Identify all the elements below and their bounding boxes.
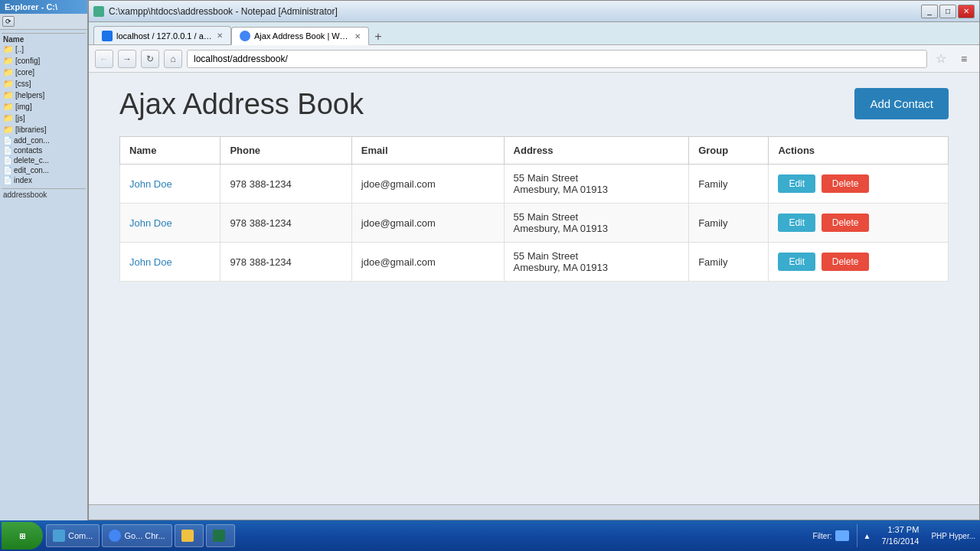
- date-display: 7/16/2014: [881, 536, 919, 547]
- cell-phone-2: 978 388-1234: [220, 243, 351, 282]
- sidebar-item-8[interactable]: 📄add_con...: [2, 135, 86, 145]
- cell-name-2: John Doe: [120, 243, 220, 282]
- sidebar-item-10[interactable]: 📄delete_c...: [2, 155, 86, 165]
- window-title: C:\xampp\htdocs\addressbook - Notepad [A…: [109, 6, 916, 17]
- taskbar-items: Com... Go... Chr...: [46, 524, 808, 547]
- col-email: Email: [351, 137, 504, 165]
- filter-label: Filter:: [813, 532, 832, 540]
- sidebar-item-label-1: [config]: [15, 57, 40, 65]
- taskbar-icon-chrome: [109, 530, 121, 542]
- sidebar-item-5[interactable]: 📁[img]: [2, 101, 86, 112]
- sidebar-item-12[interactable]: 📄index: [2, 175, 86, 185]
- taskbar-item-1[interactable]: Go... Chr...: [102, 524, 172, 547]
- contact-link-2[interactable]: John Doe: [129, 256, 172, 268]
- tab-1-label: Ajax Address Book | Welco...: [254, 31, 351, 41]
- taskbar-icon-folder: [181, 530, 194, 542]
- forward-button[interactable]: →: [118, 50, 136, 68]
- sidebar-item-1[interactable]: 📁[config]: [2, 55, 86, 67]
- tray-icon-1[interactable]: ▲: [864, 532, 871, 540]
- sidebar-file-icon-11: 📄: [3, 166, 12, 174]
- sidebar-file-icon-10: 📄: [3, 156, 12, 165]
- cell-address-1: 55 Main StreetAmesbury, MA 01913: [504, 204, 689, 243]
- address-input[interactable]: [187, 50, 927, 68]
- contact-link-0[interactable]: John Doe: [129, 178, 172, 190]
- new-tab-button[interactable]: +: [369, 29, 387, 44]
- cell-group-0: Family: [689, 165, 769, 204]
- col-name: Name: [120, 137, 220, 165]
- taskbar-icon-excel: [213, 530, 225, 542]
- sidebar-item-4[interactable]: 📁[helpers]: [2, 90, 86, 101]
- edit-button-0[interactable]: Edit: [778, 174, 815, 193]
- sidebar-file-icon-7: 📁: [3, 125, 14, 135]
- bookmark-icon[interactable]: ☆: [932, 50, 950, 68]
- cell-actions-2: Edit Delete: [769, 243, 949, 282]
- taskbar: ⊞ Com... Go... Chr... Filter: ▲ 1:37 PM …: [0, 520, 980, 551]
- tab-0-icon: [102, 31, 113, 41]
- close-button[interactable]: ✕: [958, 5, 975, 18]
- sidebar-item-label-12: index: [14, 176, 32, 184]
- tab-0-close[interactable]: ✕: [217, 31, 223, 40]
- sidebar-file-icon-9: 📄: [3, 146, 12, 155]
- sidebar-file-icon-12: 📄: [3, 176, 12, 184]
- tab-bar: localhost / 127.0.0.1 / add... ✕ Ajax Ad…: [89, 22, 979, 45]
- edit-button-1[interactable]: Edit: [778, 214, 815, 232]
- cell-address-0: 55 Main StreetAmesbury, MA 01913: [504, 165, 689, 204]
- contact-link-1[interactable]: John Doe: [129, 217, 172, 229]
- edit-button-2[interactable]: Edit: [778, 253, 815, 271]
- delete-button-0[interactable]: Delete: [822, 174, 870, 193]
- sidebar-bottom-label: addressbook: [2, 188, 86, 201]
- tab-1[interactable]: Ajax Address Book | Welco... ✕: [231, 27, 369, 45]
- start-button[interactable]: ⊞: [2, 522, 43, 549]
- col-group: Group: [689, 137, 769, 165]
- taskbar-item-2[interactable]: [175, 524, 204, 547]
- delete-button-1[interactable]: Delete: [822, 214, 870, 232]
- window-controls: _ □ ✕: [921, 5, 975, 18]
- sidebar-item-9[interactable]: 📄contacts: [2, 145, 86, 155]
- taskbar-item-0[interactable]: Com...: [46, 524, 100, 547]
- maximize-button[interactable]: □: [939, 5, 956, 18]
- taskbar-tray: Filter:: [808, 530, 854, 541]
- sidebar-item-label-4: [helpers]: [15, 91, 44, 99]
- col-address: Address: [504, 137, 689, 165]
- taskbar-item-3[interactable]: [206, 524, 235, 547]
- cell-email-2: jdoe@gmail.com: [351, 243, 504, 282]
- page-title: Ajax Address Book: [119, 88, 364, 121]
- menu-icon[interactable]: ≡: [955, 50, 973, 68]
- sidebar-file-icon-6: 📁: [3, 113, 14, 123]
- sidebar-file-icon-4: 📁: [3, 90, 14, 100]
- cell-group-2: Family: [689, 243, 769, 282]
- address-bar: ← → ↻ ⌂ ☆ ≡: [89, 45, 979, 73]
- sidebar-item-6[interactable]: 📁[js]: [2, 112, 86, 124]
- sidebar-item-label-3: [css]: [15, 80, 31, 88]
- tab-0[interactable]: localhost / 127.0.0.1 / add... ✕: [93, 26, 231, 44]
- cell-email-1: jdoe@gmail.com: [351, 204, 504, 243]
- sidebar-file-icon-5: 📁: [3, 102, 14, 112]
- refresh-button[interactable]: ↻: [141, 50, 159, 68]
- sidebar-item-0[interactable]: 📁[..]: [2, 44, 86, 55]
- minimize-button[interactable]: _: [921, 5, 938, 18]
- cell-email-0: jdoe@gmail.com: [351, 165, 504, 204]
- delete-button-2[interactable]: Delete: [822, 253, 870, 271]
- home-button[interactable]: ⌂: [164, 50, 182, 68]
- cell-phone-0: 978 388-1234: [220, 165, 351, 204]
- time-display: 1:37 PM: [881, 524, 919, 536]
- sidebar-item-label-8: add_con...: [14, 136, 50, 145]
- sidebar-file-icon-8: 📄: [3, 136, 12, 145]
- tab-1-close[interactable]: ✕: [354, 32, 361, 41]
- sidebar-item-7[interactable]: 📁[libraries]: [2, 124, 86, 135]
- tray-icons: ▲: [861, 532, 874, 540]
- cell-name-0: John Doe: [120, 165, 220, 204]
- sidebar-item-label-2: [core]: [15, 68, 34, 77]
- clock[interactable]: 1:37 PM 7/16/2014: [874, 524, 926, 548]
- sidebar-item-3[interactable]: 📁[css]: [2, 78, 86, 90]
- sidebar-item-2[interactable]: 📁[core]: [2, 67, 86, 78]
- sidebar-item-11[interactable]: 📄edit_con...: [2, 165, 86, 175]
- sidebar-item-label-7: [libraries]: [15, 126, 47, 134]
- sidebar-file-icon-3: 📁: [3, 79, 14, 89]
- back-button[interactable]: ←: [95, 50, 113, 68]
- filter-icon: [835, 530, 849, 541]
- add-contact-button[interactable]: Add Contact: [854, 88, 949, 119]
- cell-phone-1: 978 388-1234: [220, 204, 351, 243]
- sidebar-toolbar-btn-1[interactable]: ⟳: [2, 16, 15, 27]
- contacts-table: Name Phone Email Address Group Actions J…: [119, 136, 949, 282]
